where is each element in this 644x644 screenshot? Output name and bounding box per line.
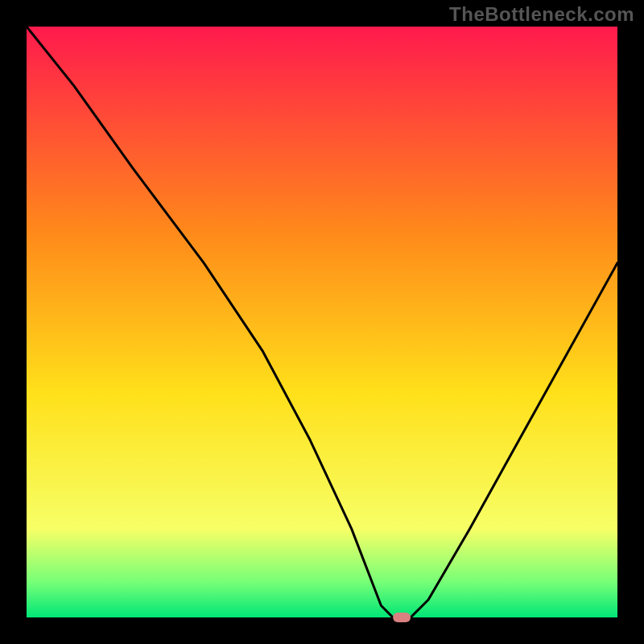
optimum-marker xyxy=(393,613,411,622)
bottleneck-chart xyxy=(0,0,644,644)
plot-area xyxy=(27,27,617,617)
chart-frame: TheBottleneck.com xyxy=(0,0,644,644)
watermark-text: TheBottleneck.com xyxy=(449,3,634,26)
